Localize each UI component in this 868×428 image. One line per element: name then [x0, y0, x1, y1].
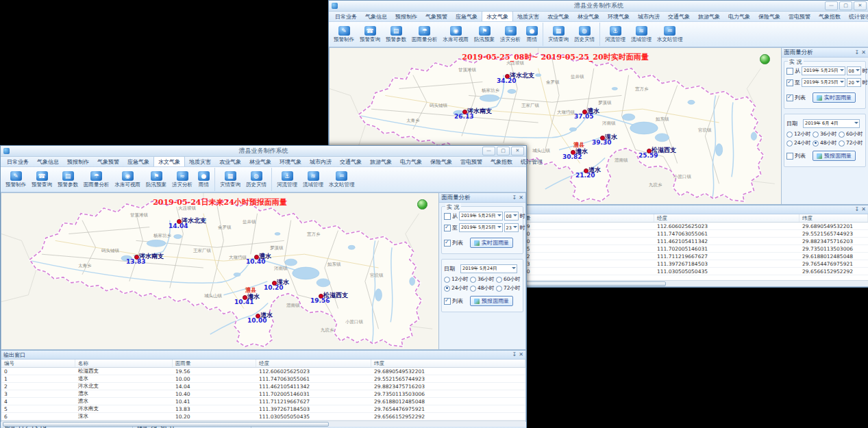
duration-radio[interactable]: 36小时	[813, 131, 837, 138]
ribbon-tab[interactable]: 电力气象	[724, 12, 754, 21]
column-header[interactable]: 纬度	[799, 214, 868, 222]
ribbon-tab[interactable]: 旅游气象	[366, 157, 396, 166]
to-date-combo[interactable]: 2019年 5月25日	[802, 78, 845, 87]
ribbon-tab[interactable]: 应急气象	[451, 12, 482, 21]
ribbon-tab[interactable]: 地质灾害	[513, 12, 543, 21]
ribbon-tab[interactable]: 农业气象	[215, 157, 245, 166]
toolbar-button[interactable]: ♒ 水文站管理	[326, 168, 358, 191]
toolbar-button[interactable]: ◍ 历史灾情	[571, 23, 600, 46]
toolbar-button[interactable]: ● 雨情	[523, 23, 543, 46]
ribbon-tab[interactable]: 地质灾害	[185, 157, 215, 166]
table-row[interactable]: 4 澹水 10.41 111.711219667627 29.618801248…	[1, 398, 525, 405]
toolbar-button[interactable]: ⚑ 防汛预案	[143, 168, 169, 191]
table-row[interactable]: 3 澧水 10.40 111.702005146031 29.735011350…	[1, 390, 525, 398]
ribbon-tab[interactable]: 气象指数	[486, 157, 517, 166]
ribbon-tab[interactable]: 日常业务	[331, 12, 361, 21]
duration-radio[interactable]: 60小时	[496, 276, 521, 283]
toolbar-button[interactable]: ♒ 水文站管理	[654, 23, 686, 46]
list-checkbox[interactable]	[786, 95, 793, 101]
ribbon-tab[interactable]: 林业气象	[245, 157, 275, 166]
pin-icon[interactable]: ↧	[855, 49, 860, 56]
toolbar-button[interactable]: ● 雨情	[195, 168, 215, 191]
ribbon-tab[interactable]: 城市内涝	[306, 157, 336, 166]
actual-rain-button[interactable]: 实时面雨量	[470, 238, 513, 248]
column-header[interactable]: 编号	[1, 360, 75, 367]
column-header[interactable]: 面雨量	[512, 214, 654, 222]
to-checkbox[interactable]	[444, 225, 451, 231]
toolbar-button[interactable]: ◍ 历史灾情	[243, 168, 272, 191]
toolbar-button[interactable]: ◉ 水库可视雨	[441, 23, 472, 46]
ribbon-tab[interactable]: 农业气象	[543, 12, 573, 21]
toolbar-button[interactable]: ≋ 流域管理	[628, 23, 654, 46]
ribbon-tab[interactable]: 保险气象	[426, 157, 456, 166]
minimize-button[interactable]: —	[482, 147, 495, 155]
duration-radio[interactable]: 24小时	[786, 140, 811, 147]
ribbon-tab[interactable]: 气象预警	[93, 157, 123, 166]
ribbon-tab[interactable]: 气象信息	[361, 12, 391, 21]
close-icon[interactable]: ✕	[861, 49, 866, 56]
ribbon-tab[interactable]: 气象信息	[33, 157, 63, 166]
pin-icon[interactable]: ↧	[855, 206, 860, 213]
ribbon-tab[interactable]: 气象预警	[421, 12, 451, 21]
ribbon-tab[interactable]: 保险气象	[754, 12, 784, 21]
close-button[interactable]: ✕	[511, 147, 524, 155]
scrollbar-thumb[interactable]	[3, 422, 329, 427]
toolbar-button[interactable]: ⚑ 防汛预案	[471, 23, 497, 46]
to-date-combo[interactable]: 2019年 5月25日	[459, 223, 503, 232]
toolbar-button[interactable]: ☎ 预警查询	[29, 168, 55, 191]
ribbon-tab[interactable]: 水文气象	[153, 156, 185, 166]
close-icon[interactable]: ✕	[861, 206, 866, 213]
ribbon-tab[interactable]: 交通气象	[336, 157, 366, 166]
table-row[interactable]: 5 涔水南支 13.83 111.397267184503 29.7654476…	[1, 405, 525, 413]
ribbon-tab[interactable]: 城市内涝	[634, 12, 664, 21]
ribbon-tab[interactable]: 环境气象	[275, 157, 306, 166]
toolbar-button[interactable]: ◉ 水库可视雨	[112, 168, 144, 191]
toolbar-button[interactable]: ▤ 预警参数	[55, 168, 81, 191]
toolbar-button[interactable]: ▤ 预警参数	[383, 23, 409, 46]
toolbar-button[interactable]: ✎ 预警制作	[331, 23, 357, 46]
column-header[interactable]: 纬度	[371, 360, 525, 367]
to-checkbox[interactable]	[786, 79, 793, 86]
to-hour-combo[interactable]: 23	[504, 223, 519, 232]
toolbar-button[interactable]: ✎ 预警制作	[3, 168, 29, 191]
ribbon-tab[interactable]: 统计管理	[845, 12, 868, 21]
from-date-combo[interactable]: 2019年 5月25日	[802, 66, 845, 75]
toolbar-button[interactable]: ≈ 涝灾分析	[169, 168, 195, 191]
duration-radio[interactable]: 72小时	[839, 140, 863, 147]
duration-radio[interactable]: 12小时	[444, 276, 469, 283]
forecast-rain-button[interactable]: 预报面雨量	[813, 151, 856, 161]
table-row[interactable]: 1 道水 10.00 111.747063055061 29.552156574…	[1, 375, 525, 383]
ribbon-tab[interactable]: 林业气象	[573, 12, 604, 21]
from-checkbox[interactable]	[444, 213, 451, 220]
toolbar-button[interactable]: ▦ 灾情查询	[217, 168, 243, 191]
map-area[interactable]: 2019-05-24日未来24小时预报面雨量 甘溪滩镇火连坡镇码头铺镇太青乡王家…	[1, 192, 439, 350]
ribbon-tab[interactable]: 水文气象	[482, 11, 513, 21]
toolbar-button[interactable]: ≋ 流域管理	[300, 168, 326, 191]
list2-checkbox[interactable]	[786, 153, 793, 160]
from-checkbox[interactable]	[786, 68, 793, 75]
to-hour-combo[interactable]: 20	[847, 78, 861, 87]
ribbon-tab[interactable]: 雷电预警	[456, 157, 486, 166]
duration-radio[interactable]: 24小时	[444, 285, 469, 292]
forecast-rain-button[interactable]: 预报面雨量	[470, 296, 513, 306]
from-date-combo[interactable]: 2019年 5月25日	[459, 212, 503, 221]
table-row[interactable]: 6 渫水 10.20 111.030505050435 29.656615295…	[1, 413, 525, 420]
ribbon-tab[interactable]: 预报制作	[63, 157, 93, 166]
ribbon-tab[interactable]: 应急气象	[123, 157, 153, 166]
titlebar[interactable]: 澧县业务制作系统 — ▢ ✕	[1, 146, 526, 157]
toolbar-button[interactable]: ☂ 面雨量分析	[409, 23, 441, 46]
ribbon-tab[interactable]: 预报制作	[391, 12, 421, 21]
duration-radio[interactable]: 48小时	[813, 140, 837, 147]
pin-icon[interactable]: ↧	[512, 194, 517, 201]
duration-radio[interactable]: 12小时	[786, 131, 811, 138]
ribbon-tab[interactable]: 旅游气象	[694, 12, 724, 21]
toolbar-button[interactable]: ≈ 涝灾分析	[497, 23, 523, 46]
toolbar-button[interactable]: ☂ 面雨量分析	[81, 168, 112, 191]
ribbon-tab[interactable]: 气象指数	[815, 12, 845, 21]
duration-radio[interactable]: 72小时	[496, 285, 521, 292]
from-hour-combo[interactable]: 08	[847, 66, 861, 75]
list2-checkbox[interactable]	[444, 298, 451, 305]
map-refresh-button[interactable]	[760, 54, 770, 64]
titlebar[interactable]: 澧县业务制作系统 — ▢ ✕	[329, 1, 868, 12]
pin-icon[interactable]: ↧	[512, 351, 517, 358]
